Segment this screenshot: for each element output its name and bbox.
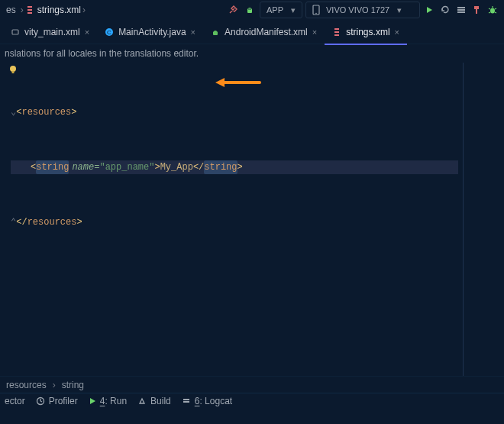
tool-logcat[interactable]: 6: Logcat (182, 396, 232, 406)
apply-changes-icon[interactable] (437, 2, 454, 18)
editor-markers-gutter[interactable] (463, 63, 504, 393)
xml-tag-string-open: string (36, 160, 69, 174)
editor-tab-strings[interactable]: strings.xml × (325, 20, 407, 44)
layout-settings-icon[interactable] (454, 2, 469, 18)
banner-text: nslations for all locales in the transla… (5, 48, 199, 59)
build-icon (137, 396, 147, 406)
device-selector[interactable]: VIVO VIVO 1727 ▾ (305, 2, 420, 18)
breadcrumb-file[interactable]: strings.xml (37, 5, 81, 15)
phone-icon (312, 5, 320, 15)
editor-tab-label: vity_main.xml (24, 27, 80, 37)
profiler-icon (36, 396, 45, 406)
svg-point-10 (490, 8, 495, 14)
pin-icon[interactable] (225, 2, 241, 18)
svg-rect-0 (27, 6, 32, 8)
close-icon[interactable]: × (191, 28, 195, 37)
editor-tab-label: MainActivity.java (118, 27, 186, 37)
translations-hint-banner[interactable]: nslations for all locales in the transla… (0, 44, 504, 63)
debug-icon[interactable] (484, 2, 501, 18)
code-content[interactable]: ⌄<resources> <stringname="app_name">My_A… (0, 63, 463, 393)
editor-tab-mainactivity[interactable]: C MainActivity.java × (97, 20, 203, 44)
svg-rect-2 (27, 12, 32, 14)
editor-tab-activity-main[interactable]: vity_main.xml × (3, 20, 97, 44)
bottom-tool-strip: ector Profiler 4: Run Build 6: Logcat (0, 393, 504, 409)
svg-rect-9 (457, 11, 465, 13)
breadcrumb-string[interactable]: string (62, 380, 84, 390)
editor-tab-label: strings.xml (346, 27, 389, 37)
svg-rect-16 (334, 34, 339, 36)
svg-rect-14 (334, 28, 339, 30)
java-class-icon: C (105, 28, 114, 37)
xml-file-icon (25, 5, 34, 15)
tool-run[interactable]: 4: Run (89, 396, 127, 406)
structure-breadcrumb: resources › string (0, 376, 504, 393)
run-button[interactable] (422, 2, 437, 18)
editor-tab-strip: vity_main.xml × C MainActivity.java × An… (0, 20, 504, 44)
tool-label: : Run (105, 396, 127, 406)
svg-rect-8 (457, 9, 465, 11)
svg-point-6 (315, 13, 317, 15)
tool-inspector[interactable]: ector (5, 396, 25, 406)
xml-attr-value: app_name (105, 160, 150, 174)
tool-label: Build (150, 396, 171, 406)
file-icon (11, 28, 20, 37)
stop-icon[interactable] (469, 2, 484, 18)
android-manifest-icon (211, 28, 220, 37)
chevron-right-icon: › (21, 5, 24, 15)
xml-text-value: My_App (160, 160, 193, 174)
breadcrumb-root[interactable]: es (3, 5, 19, 15)
tool-profiler[interactable]: Profiler (36, 396, 78, 406)
svg-rect-11 (12, 30, 18, 34)
close-icon[interactable]: × (395, 28, 399, 37)
code-editor[interactable]: ⌄<resources> <stringname="app_name">My_A… (0, 63, 504, 393)
device-selector-label: VIVO VIVO 1727 (326, 5, 389, 15)
top-toolbar: es › strings.xml › APP ▾ VIVO VIVO 1727 … (0, 0, 504, 20)
caret-down-icon: ▾ (397, 5, 402, 15)
chevron-right-icon: › (82, 5, 86, 15)
svg-rect-7 (457, 7, 465, 8)
module-selector[interactable]: APP ▾ (260, 2, 302, 18)
svg-text:C: C (107, 29, 111, 36)
svg-point-4 (250, 8, 251, 10)
caret-down-icon: ▾ (291, 5, 296, 15)
module-selector-label: APP (267, 5, 283, 15)
xml-tag-resources-open: resources (21, 105, 71, 119)
tool-label: Profiler (49, 396, 78, 406)
editor-tab-manifest[interactable]: AndroidManifest.xml × (203, 20, 325, 44)
xml-attr-name: name (72, 160, 94, 174)
breadcrumb-resources[interactable]: resources (6, 380, 47, 390)
xml-tag-string-close: string (204, 160, 237, 174)
svg-rect-15 (334, 31, 339, 33)
android-icon[interactable] (241, 2, 258, 18)
chevron-right-icon: › (53, 380, 56, 390)
tool-build[interactable]: Build (137, 396, 171, 406)
svg-point-3 (248, 8, 250, 10)
close-icon[interactable]: × (85, 28, 89, 37)
svg-rect-21 (183, 401, 189, 403)
play-icon (89, 397, 96, 405)
xml-tag-resources-close: resources (27, 215, 77, 229)
close-icon[interactable]: × (312, 28, 317, 37)
xml-file-icon (332, 28, 341, 37)
tool-label: : Logcat (199, 396, 232, 406)
tool-label: ector (5, 396, 25, 406)
svg-rect-1 (27, 9, 32, 11)
editor-tab-label: AndroidManifest.xml (225, 27, 308, 37)
logcat-icon (182, 396, 191, 406)
svg-rect-20 (183, 399, 189, 400)
